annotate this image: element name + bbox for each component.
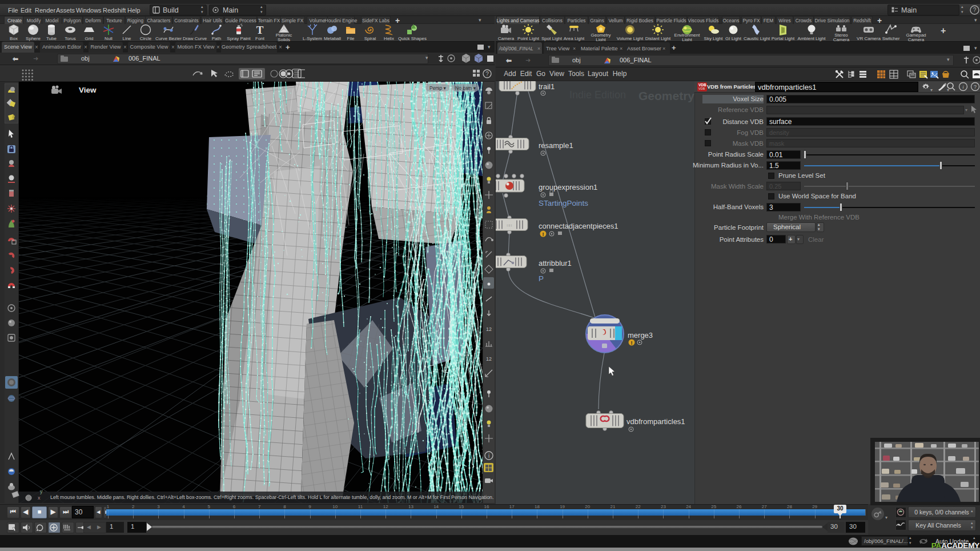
- svg-text:12: 12: [486, 326, 492, 332]
- svg-text:P: P: [539, 274, 544, 283]
- svg-text:!: !: [543, 231, 544, 237]
- svg-text:?: ?: [485, 71, 489, 77]
- svg-text:i: i: [488, 453, 489, 459]
- svg-text:!: !: [631, 340, 633, 346]
- svg-text:∷∷: ∷∷: [507, 223, 512, 227]
- svg-text:?: ?: [974, 84, 977, 90]
- svg-text:STartingPoints: STartingPoints: [539, 199, 588, 207]
- svg-text:i: i: [962, 84, 964, 90]
- svg-text:trail1: trail1: [539, 82, 555, 91]
- svg-text:merge3: merge3: [628, 331, 653, 340]
- svg-text:T: T: [256, 24, 264, 36]
- svg-text:attribblur1: attribblur1: [539, 259, 572, 267]
- svg-text:12: 12: [486, 356, 492, 362]
- svg-text:?: ?: [973, 7, 977, 13]
- svg-text:groupexpression1: groupexpression1: [539, 183, 597, 191]
- svg-text:resample1: resample1: [539, 141, 573, 150]
- svg-text:vdbfromparticles1: vdbfromparticles1: [626, 417, 685, 426]
